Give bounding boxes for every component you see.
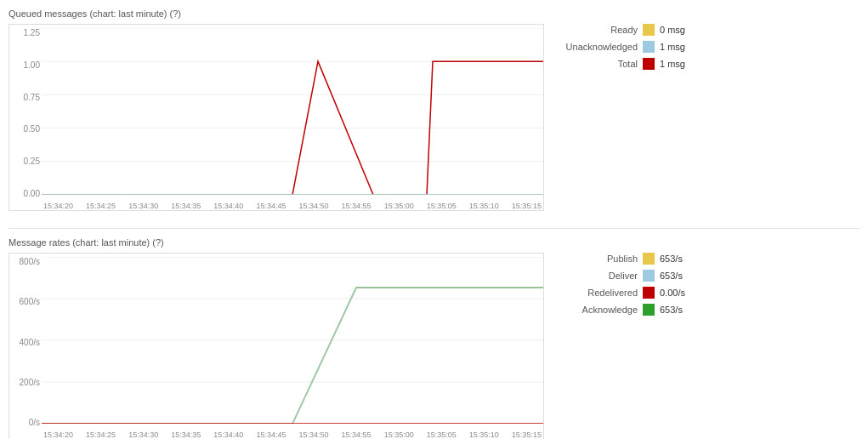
legend-value-ack: 653/s bbox=[660, 305, 702, 315]
legend-value-unack: 1 msg bbox=[660, 42, 702, 52]
legend-value-ready: 0 msg bbox=[660, 25, 702, 35]
chart2-container: 800/s 600/s 400/s 200/s 0/s bbox=[9, 253, 544, 439]
legend-row-ack: Acknowledge 653/s bbox=[561, 304, 702, 316]
legend-color-publish bbox=[643, 253, 655, 265]
legend-label-deliver: Deliver bbox=[561, 271, 638, 281]
chart2-svg bbox=[42, 257, 543, 424]
legend-value-publish: 653/s bbox=[660, 254, 702, 264]
legend-row-redeliver: Redelivered 0.00/s bbox=[561, 287, 702, 299]
legend-label-publish: Publish bbox=[561, 254, 638, 264]
legend-color-total bbox=[643, 58, 655, 70]
chart2-legend: Publish 653/s Deliver 653/s Redelivered … bbox=[561, 253, 702, 321]
legend-row-deliver: Deliver 653/s bbox=[561, 270, 702, 282]
chart2-x-axis: 15:34:20 15:34:25 15:34:30 15:34:35 15:3… bbox=[42, 429, 543, 439]
legend-value-total: 1 msg bbox=[660, 59, 702, 69]
legend-label-ready: Ready bbox=[561, 25, 638, 35]
legend-label-total: Total bbox=[561, 59, 638, 69]
legend-label-ack: Acknowledge bbox=[561, 305, 638, 315]
chart1-inner bbox=[42, 28, 543, 195]
chart1-svg bbox=[42, 28, 543, 195]
legend-row-total: Total 1 msg bbox=[561, 58, 702, 70]
legend-color-deliver bbox=[643, 270, 655, 282]
chart2-deliver-line bbox=[42, 288, 543, 424]
legend-row-ready: Ready 0 msg bbox=[561, 24, 702, 36]
chart2-area: 800/s 600/s 400/s 200/s 0/s bbox=[9, 253, 859, 439]
legend-value-redeliver: 0.00/s bbox=[660, 288, 702, 298]
chart2-inner bbox=[42, 257, 543, 424]
chart1-legend: Ready 0 msg Unacknowledged 1 msg Total 1… bbox=[561, 24, 702, 75]
chart1-title: Queued messages (chart: last minute) (?) bbox=[9, 9, 859, 19]
legend-value-deliver: 653/s bbox=[660, 271, 702, 281]
chart1-x-axis: 15:34:20 15:34:25 15:34:30 15:34:35 15:3… bbox=[42, 200, 543, 210]
chart1-y-axis: 1.25 1.00 0.75 0.50 0.25 0.00 bbox=[9, 25, 42, 210]
chart2-title: Message rates (chart: last minute) (?) bbox=[9, 237, 859, 248]
legend-label-unack: Unacknowledged bbox=[561, 42, 638, 52]
legend-color-ack bbox=[643, 304, 655, 316]
legend-row-unack: Unacknowledged 1 msg bbox=[561, 41, 702, 53]
legend-label-redeliver: Redelivered bbox=[561, 288, 638, 298]
message-rates-section: Message rates (chart: last minute) (?) 8… bbox=[9, 237, 859, 439]
queued-messages-section: Queued messages (chart: last minute) (?)… bbox=[9, 9, 859, 211]
divider bbox=[9, 228, 859, 229]
legend-color-ready bbox=[643, 24, 655, 36]
chart2-publish-line bbox=[42, 288, 543, 424]
chart2-y-axis: 800/s 600/s 400/s 200/s 0/s bbox=[9, 254, 42, 439]
legend-color-redeliver bbox=[643, 287, 655, 299]
chart1-area: 1.25 1.00 0.75 0.50 0.25 0.00 bbox=[9, 24, 859, 211]
chart2-ack-line bbox=[42, 288, 543, 424]
legend-row-publish: Publish 653/s bbox=[561, 253, 702, 265]
legend-color-unack bbox=[643, 41, 655, 53]
chart1-container: 1.25 1.00 0.75 0.50 0.25 0.00 bbox=[9, 24, 544, 211]
